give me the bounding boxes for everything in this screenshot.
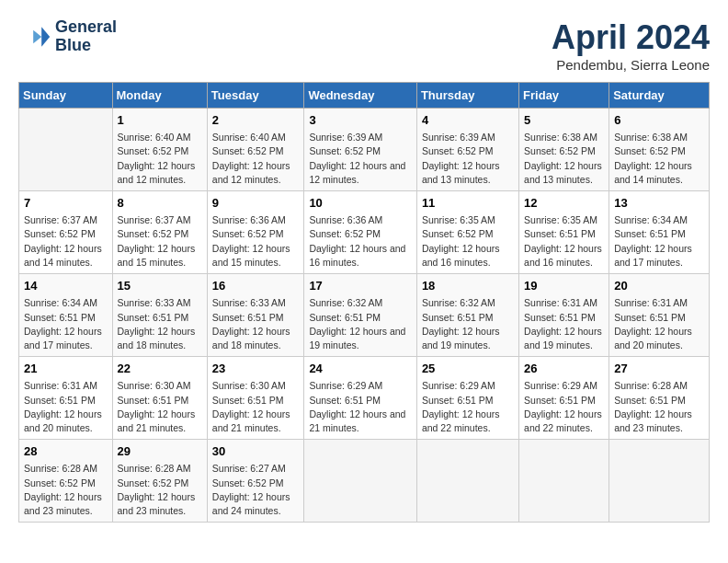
day-number: 4 [422, 112, 514, 129]
day-number: 17 [309, 278, 412, 294]
calendar-cell: 14Sunrise: 6:34 AM Sunset: 6:51 PM Dayli… [19, 274, 113, 357]
calendar-cell: 10Sunrise: 6:36 AM Sunset: 6:52 PM Dayli… [304, 191, 417, 274]
day-info: Sunrise: 6:34 AM Sunset: 6:51 PM Dayligh… [24, 296, 108, 352]
day-info: Sunrise: 6:33 AM Sunset: 6:51 PM Dayligh… [118, 296, 202, 352]
page-header: General Blue April 2024 Pendembu, Sierra… [18, 18, 710, 73]
logo: General Blue [18, 18, 117, 55]
logo-text: General Blue [55, 18, 117, 55]
day-number: 16 [212, 278, 300, 294]
weekday-header: Thursday [416, 83, 518, 109]
day-number: 7 [24, 195, 108, 212]
day-number: 15 [118, 278, 202, 294]
calendar-cell: 3Sunrise: 6:39 AM Sunset: 6:52 PM Daylig… [304, 109, 417, 191]
day-number: 9 [212, 195, 300, 212]
day-info: Sunrise: 6:31 AM Sunset: 6:51 PM Dayligh… [524, 296, 604, 352]
day-number: 29 [118, 443, 202, 460]
day-number: 27 [614, 361, 704, 377]
month-title: April 2024 [552, 18, 710, 57]
day-info: Sunrise: 6:28 AM Sunset: 6:52 PM Dayligh… [118, 462, 202, 518]
calendar-cell: 27Sunrise: 6:28 AM Sunset: 6:51 PM Dayli… [609, 357, 710, 440]
day-info: Sunrise: 6:38 AM Sunset: 6:52 PM Dayligh… [524, 131, 604, 187]
calendar-row: 1Sunrise: 6:40 AM Sunset: 6:52 PM Daylig… [19, 109, 710, 191]
calendar-cell: 17Sunrise: 6:32 AM Sunset: 6:51 PM Dayli… [304, 274, 417, 357]
day-info: Sunrise: 6:39 AM Sunset: 6:52 PM Dayligh… [309, 131, 412, 187]
logo-line1: General [55, 18, 117, 37]
day-info: Sunrise: 6:35 AM Sunset: 6:51 PM Dayligh… [524, 213, 604, 270]
calendar-cell: 15Sunrise: 6:33 AM Sunset: 6:51 PM Dayli… [112, 274, 207, 357]
calendar-cell: 18Sunrise: 6:32 AM Sunset: 6:51 PM Dayli… [416, 274, 518, 357]
calendar-row: 28Sunrise: 6:28 AM Sunset: 6:52 PM Dayli… [19, 440, 710, 523]
title-block: April 2024 Pendembu, Sierra Leone [552, 18, 710, 73]
calendar-cell: 26Sunrise: 6:29 AM Sunset: 6:51 PM Dayli… [519, 357, 609, 440]
calendar-cell: 30Sunrise: 6:27 AM Sunset: 6:52 PM Dayli… [207, 440, 304, 523]
calendar-cell [19, 109, 113, 191]
day-number: 12 [524, 195, 604, 212]
day-info: Sunrise: 6:31 AM Sunset: 6:51 PM Dayligh… [24, 379, 108, 435]
calendar-cell: 12Sunrise: 6:35 AM Sunset: 6:51 PM Dayli… [519, 191, 609, 274]
day-number: 25 [422, 361, 514, 377]
calendar-cell: 22Sunrise: 6:30 AM Sunset: 6:51 PM Dayli… [112, 357, 207, 440]
calendar-row: 14Sunrise: 6:34 AM Sunset: 6:51 PM Dayli… [19, 274, 710, 357]
day-info: Sunrise: 6:30 AM Sunset: 6:51 PM Dayligh… [212, 379, 300, 435]
calendar-row: 21Sunrise: 6:31 AM Sunset: 6:51 PM Dayli… [19, 357, 710, 440]
day-number: 6 [614, 112, 704, 129]
calendar-cell: 7Sunrise: 6:37 AM Sunset: 6:52 PM Daylig… [19, 191, 113, 274]
calendar-cell [609, 440, 710, 523]
day-number: 3 [309, 112, 412, 129]
calendar-cell: 21Sunrise: 6:31 AM Sunset: 6:51 PM Dayli… [19, 357, 113, 440]
weekday-header: Friday [519, 83, 609, 109]
calendar-cell: 9Sunrise: 6:36 AM Sunset: 6:52 PM Daylig… [207, 191, 304, 274]
day-info: Sunrise: 6:40 AM Sunset: 6:52 PM Dayligh… [212, 131, 300, 187]
calendar-cell: 19Sunrise: 6:31 AM Sunset: 6:51 PM Dayli… [519, 274, 609, 357]
svg-marker-2 [33, 30, 41, 43]
day-info: Sunrise: 6:38 AM Sunset: 6:52 PM Dayligh… [614, 131, 704, 187]
calendar-cell: 4Sunrise: 6:39 AM Sunset: 6:52 PM Daylig… [416, 109, 518, 191]
weekday-header: Sunday [19, 83, 113, 109]
calendar-cell [519, 440, 609, 523]
location: Pendembu, Sierra Leone [552, 57, 710, 73]
calendar-cell: 13Sunrise: 6:34 AM Sunset: 6:51 PM Dayli… [609, 191, 710, 274]
calendar-cell: 29Sunrise: 6:28 AM Sunset: 6:52 PM Dayli… [112, 440, 207, 523]
day-number: 19 [524, 278, 604, 294]
day-info: Sunrise: 6:40 AM Sunset: 6:52 PM Dayligh… [118, 131, 202, 187]
day-number: 23 [212, 361, 300, 377]
day-info: Sunrise: 6:28 AM Sunset: 6:51 PM Dayligh… [614, 379, 704, 435]
logo-icon [18, 20, 51, 53]
day-number: 26 [524, 361, 604, 377]
day-info: Sunrise: 6:32 AM Sunset: 6:51 PM Dayligh… [309, 296, 412, 352]
day-info: Sunrise: 6:37 AM Sunset: 6:52 PM Dayligh… [24, 213, 108, 270]
day-info: Sunrise: 6:36 AM Sunset: 6:52 PM Dayligh… [212, 213, 300, 270]
day-info: Sunrise: 6:35 AM Sunset: 6:52 PM Dayligh… [422, 213, 514, 270]
day-number: 22 [118, 361, 202, 377]
calendar-table: SundayMondayTuesdayWednesdayThursdayFrid… [18, 82, 710, 523]
day-number: 28 [24, 443, 108, 460]
day-number: 8 [118, 195, 202, 212]
day-number: 18 [422, 278, 514, 294]
calendar-cell: 11Sunrise: 6:35 AM Sunset: 6:52 PM Dayli… [416, 191, 518, 274]
weekday-header: Wednesday [304, 83, 417, 109]
calendar-cell: 23Sunrise: 6:30 AM Sunset: 6:51 PM Dayli… [207, 357, 304, 440]
day-info: Sunrise: 6:32 AM Sunset: 6:51 PM Dayligh… [422, 296, 514, 352]
calendar-cell: 16Sunrise: 6:33 AM Sunset: 6:51 PM Dayli… [207, 274, 304, 357]
day-info: Sunrise: 6:30 AM Sunset: 6:51 PM Dayligh… [118, 379, 202, 435]
day-number: 14 [24, 278, 108, 294]
calendar-cell: 24Sunrise: 6:29 AM Sunset: 6:51 PM Dayli… [304, 357, 417, 440]
calendar-cell: 20Sunrise: 6:31 AM Sunset: 6:51 PM Dayli… [609, 274, 710, 357]
day-info: Sunrise: 6:33 AM Sunset: 6:51 PM Dayligh… [212, 296, 300, 352]
day-number: 21 [24, 361, 108, 377]
day-info: Sunrise: 6:28 AM Sunset: 6:52 PM Dayligh… [24, 462, 108, 518]
day-info: Sunrise: 6:29 AM Sunset: 6:51 PM Dayligh… [422, 379, 514, 435]
calendar-cell: 8Sunrise: 6:37 AM Sunset: 6:52 PM Daylig… [112, 191, 207, 274]
day-number: 24 [309, 361, 412, 377]
day-number: 11 [422, 195, 514, 212]
calendar-header-row: SundayMondayTuesdayWednesdayThursdayFrid… [19, 83, 710, 109]
calendar-cell: 2Sunrise: 6:40 AM Sunset: 6:52 PM Daylig… [207, 109, 304, 191]
calendar-cell [304, 440, 417, 523]
day-info: Sunrise: 6:29 AM Sunset: 6:51 PM Dayligh… [524, 379, 604, 435]
calendar-cell: 6Sunrise: 6:38 AM Sunset: 6:52 PM Daylig… [609, 109, 710, 191]
calendar-cell: 1Sunrise: 6:40 AM Sunset: 6:52 PM Daylig… [112, 109, 207, 191]
day-info: Sunrise: 6:31 AM Sunset: 6:51 PM Dayligh… [614, 296, 704, 352]
day-number: 20 [614, 278, 704, 294]
day-info: Sunrise: 6:34 AM Sunset: 6:51 PM Dayligh… [614, 213, 704, 270]
weekday-header: Monday [112, 83, 207, 109]
